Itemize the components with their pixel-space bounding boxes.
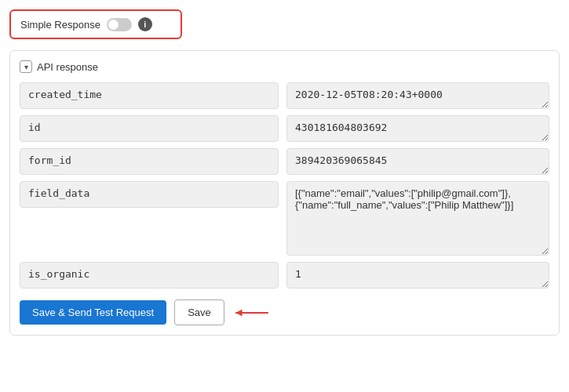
api-response-section: ▾ API response Save & Send Test Request …: [9, 50, 560, 336]
save-test-request-button[interactable]: Save & Send Test Request: [20, 300, 166, 325]
section-title: API response: [37, 61, 98, 73]
save-button[interactable]: Save: [174, 299, 224, 325]
field-key-input[interactable]: [20, 148, 279, 175]
field-value-input[interactable]: [286, 148, 549, 175]
section-header: ▾ API response: [20, 60, 549, 73]
field-value-input[interactable]: [286, 115, 549, 142]
simple-response-label: Simple Response: [20, 19, 100, 31]
table-row: [20, 148, 549, 175]
field-key-input[interactable]: [20, 115, 279, 142]
buttons-row: Save & Send Test Request Save: [20, 299, 549, 325]
info-icon[interactable]: i: [138, 17, 152, 31]
field-key-input[interactable]: [20, 181, 279, 208]
field-key-input[interactable]: [20, 82, 279, 109]
field-value-input[interactable]: [286, 181, 549, 256]
simple-response-bar: Simple Response i: [9, 9, 182, 39]
field-key-input[interactable]: [20, 262, 279, 289]
table-row: [20, 262, 549, 289]
arrow-indicator: [232, 303, 272, 322]
chevron-icon[interactable]: ▾: [20, 60, 32, 73]
table-row: [20, 82, 549, 109]
fields-container: [20, 82, 549, 289]
field-value-input[interactable]: [286, 82, 549, 109]
field-value-input[interactable]: [286, 262, 549, 289]
toggle-slider: [107, 18, 132, 31]
table-row: [20, 115, 549, 142]
table-row: [20, 181, 549, 256]
svg-marker-1: [235, 309, 242, 315]
simple-response-toggle[interactable]: [107, 18, 132, 31]
